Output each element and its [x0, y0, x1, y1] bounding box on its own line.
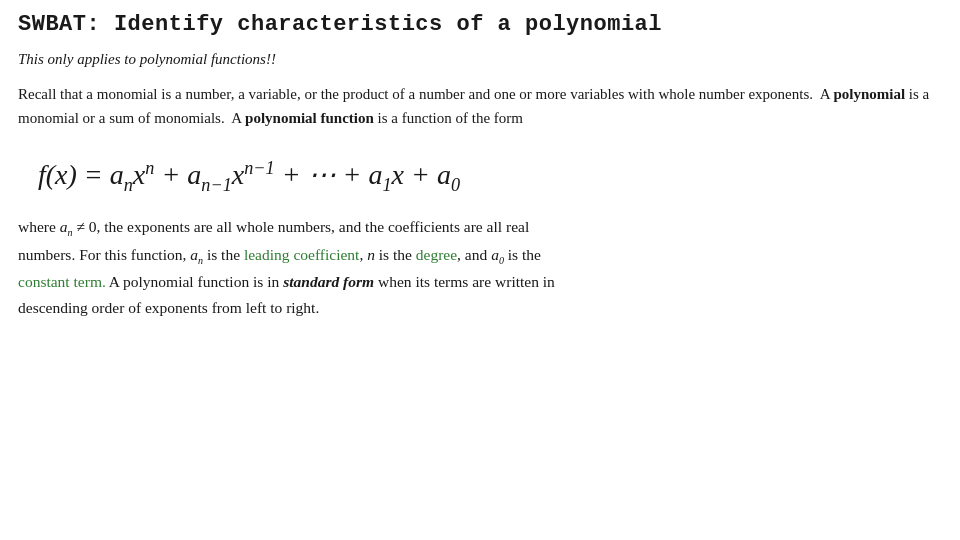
title-prefix: SWBAT:: [18, 12, 100, 37]
term-standard-form: standard form: [283, 273, 374, 290]
desc-line-1: where an ≠ 0, the exponents are all whol…: [18, 214, 938, 321]
math-formula: f(x) = anxn + an−1xn−1 + ⋯ + a1x + a0: [38, 158, 942, 196]
intro-paragraph: Recall that a monomial is a number, a va…: [18, 82, 938, 130]
term-degree: degree: [416, 246, 457, 263]
subtitle-text: This only applies to polynomial function…: [18, 51, 276, 67]
page-title: SWBAT: Identify characteristics of a pol…: [18, 12, 942, 37]
title-text: Identify characteristics of a polynomial: [100, 12, 662, 37]
formula-fx: f(x) = anxn + an−1xn−1 + ⋯ + a1x + a0: [38, 158, 460, 196]
description-block: where an ≠ 0, the exponents are all whol…: [18, 214, 938, 321]
subtitle: This only applies to polynomial function…: [18, 51, 942, 68]
term-constant: constant term.: [18, 273, 106, 290]
term-leading-coefficient: leading coefficient: [244, 246, 359, 263]
